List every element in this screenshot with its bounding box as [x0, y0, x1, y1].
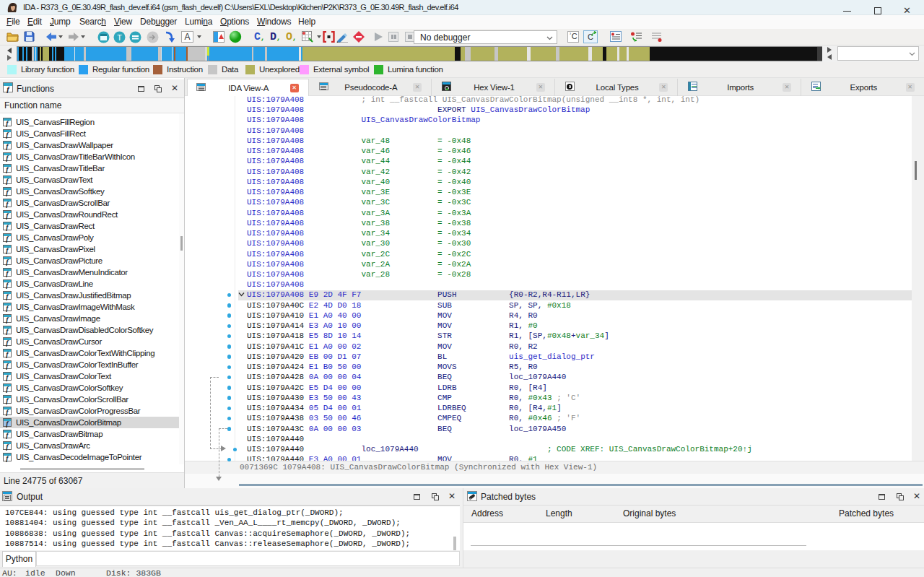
- svg-text:T: T: [117, 33, 122, 42]
